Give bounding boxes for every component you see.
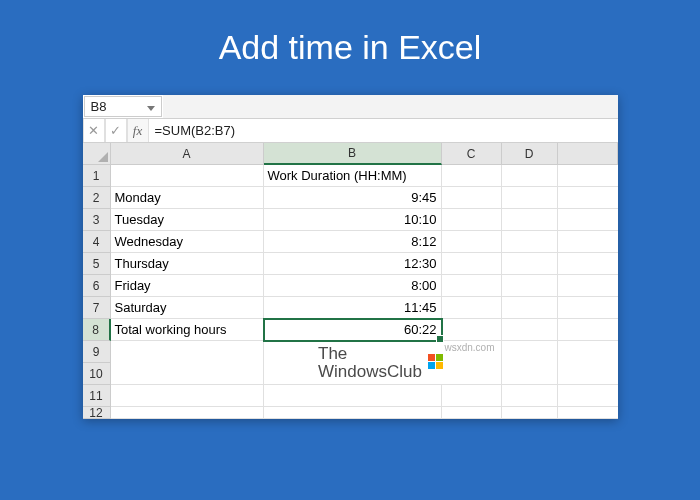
cell[interactable] [502, 209, 558, 231]
excel-window: B8 ✕ ✓ fx =SUM(B2:B7) A B C D 1 Work Dur… [83, 95, 618, 419]
row-header[interactable]: 3 [83, 209, 111, 231]
row-header[interactable]: 6 [83, 275, 111, 297]
row-header[interactable]: 5 [83, 253, 111, 275]
cell-c1[interactable] [442, 165, 502, 187]
watermark: wsxdn.com TheWindowsClub [264, 341, 502, 385]
insert-function-button[interactable]: fx [127, 119, 149, 142]
enter-icon[interactable]: ✓ [105, 119, 127, 142]
row-header[interactable]: 9 [83, 341, 111, 363]
formula-bar: ✕ ✓ fx =SUM(B2:B7) [83, 119, 618, 143]
row-header[interactable]: 4 [83, 231, 111, 253]
cell[interactable] [111, 385, 264, 407]
row-header[interactable]: 1 [83, 165, 111, 187]
cell-day[interactable]: Wednesday [111, 231, 264, 253]
col-header-spacer [558, 143, 618, 165]
cell[interactable] [442, 187, 502, 209]
cell[interactable] [558, 209, 618, 231]
cell-d1[interactable] [502, 165, 558, 187]
col-header-c[interactable]: C [442, 143, 502, 165]
cell[interactable] [264, 407, 442, 419]
cell-day[interactable]: Saturday [111, 297, 264, 319]
cell-day[interactable]: Monday [111, 187, 264, 209]
spreadsheet-grid[interactable]: A B C D 1 Work Duration (HH:MM) 2 Monday… [83, 143, 618, 419]
cell-day[interactable]: Friday [111, 275, 264, 297]
cell-day[interactable]: Tuesday [111, 209, 264, 231]
cell[interactable] [111, 407, 264, 419]
windows-icon [428, 354, 446, 372]
cell[interactable] [442, 407, 502, 419]
cell-duration[interactable]: 12:30 [264, 253, 442, 275]
cell[interactable] [502, 385, 558, 407]
cell[interactable] [558, 187, 618, 209]
col-header-b[interactable]: B [264, 143, 442, 165]
row-header[interactable]: 8 [83, 319, 111, 341]
col-header-d[interactable]: D [502, 143, 558, 165]
formula-input[interactable]: =SUM(B2:B7) [149, 119, 618, 142]
cell-total-value[interactable]: 60:22 [264, 319, 442, 341]
cell[interactable] [442, 319, 502, 341]
cell-duration[interactable]: 9:45 [264, 187, 442, 209]
cell[interactable] [502, 231, 558, 253]
cell-duration[interactable]: 8:12 [264, 231, 442, 253]
row-header[interactable]: 12 [83, 407, 111, 419]
cell-duration[interactable]: 11:45 [264, 297, 442, 319]
cell[interactable] [442, 275, 502, 297]
name-box[interactable]: B8 [84, 96, 162, 117]
page-title: Add time in Excel [219, 28, 482, 67]
cancel-icon[interactable]: ✕ [83, 119, 105, 142]
cell[interactable] [558, 385, 618, 407]
cell[interactable] [502, 187, 558, 209]
cell[interactable] [558, 341, 618, 385]
cell[interactable] [442, 209, 502, 231]
cell[interactable] [558, 319, 618, 341]
cell[interactable] [502, 253, 558, 275]
cell-e1[interactable] [558, 165, 618, 187]
row-header[interactable]: 11 [83, 385, 111, 407]
row-header[interactable]: 2 [83, 187, 111, 209]
cell[interactable] [502, 407, 558, 419]
cell[interactable] [442, 253, 502, 275]
cell[interactable] [502, 319, 558, 341]
watermark-text: TheWindowsClub [318, 345, 422, 381]
cell[interactable] [111, 341, 264, 385]
cell-a1[interactable] [111, 165, 264, 187]
watermark-domain: wsxdn.com [444, 342, 494, 353]
name-box-row: B8 [83, 95, 618, 119]
cell[interactable] [558, 275, 618, 297]
cell-total-label[interactable]: Total working hours [111, 319, 264, 341]
cell[interactable] [558, 231, 618, 253]
cell[interactable] [502, 275, 558, 297]
row-header[interactable]: 10 [83, 363, 111, 385]
cell[interactable] [558, 297, 618, 319]
col-header-a[interactable]: A [111, 143, 264, 165]
cell[interactable] [558, 253, 618, 275]
row-header[interactable]: 7 [83, 297, 111, 319]
cell[interactable] [264, 385, 442, 407]
select-all-corner[interactable] [83, 143, 111, 165]
cell[interactable] [502, 341, 558, 385]
cell[interactable] [442, 385, 502, 407]
cell[interactable] [442, 231, 502, 253]
name-spacer [163, 95, 618, 118]
cell[interactable] [442, 297, 502, 319]
cell-b1[interactable]: Work Duration (HH:MM) [264, 165, 442, 187]
cell[interactable] [502, 297, 558, 319]
cell[interactable] [558, 407, 618, 419]
cell-duration[interactable]: 10:10 [264, 209, 442, 231]
cell-duration[interactable]: 8:00 [264, 275, 442, 297]
cell-day[interactable]: Thursday [111, 253, 264, 275]
